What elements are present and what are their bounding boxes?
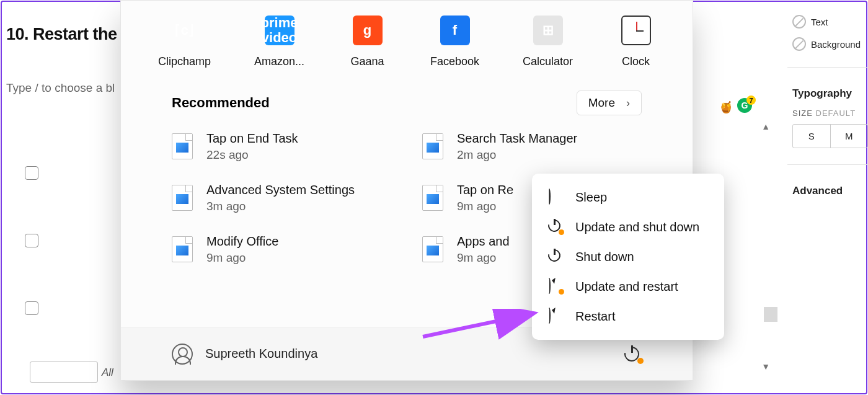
size-m-tab[interactable]: M (831, 125, 868, 148)
app-label: Amazon... (254, 55, 304, 68)
editor-left-pane: 10. Restart the Type / to choose a bl (0, 0, 124, 395)
pinned-app-facebook[interactable]: f Facebook (430, 16, 479, 68)
prime-video-icon: prime video (265, 16, 294, 45)
rec-title: Advanced System Settings (206, 183, 355, 197)
facebook-icon: f (440, 16, 470, 45)
sleep-icon (548, 190, 563, 205)
rec-title: Modify Office (206, 234, 278, 249)
more-button[interactable]: More › (577, 91, 642, 115)
tray-icon: 🍯 (719, 100, 733, 114)
scroll-down-icon[interactable]: ▼ (761, 362, 770, 371)
menu-label: Sleep (575, 190, 607, 205)
power-menu-update-shutdown[interactable]: Update and shut down (532, 212, 724, 242)
pinned-app-clock[interactable]: Clock (616, 16, 655, 68)
rec-time: 2m ago (457, 148, 577, 162)
rec-time: 3m ago (206, 200, 355, 213)
settings-sidebar: Text Background Typography SIZE DEFAULT … (787, 0, 868, 395)
power-menu: Sleep Update and shut down Shut down Upd… (532, 174, 724, 340)
size-tabs: S M (792, 124, 868, 148)
restart-icon (548, 309, 563, 324)
checkbox-item[interactable] (25, 234, 38, 247)
power-menu-sleep[interactable]: Sleep (532, 182, 724, 212)
update-badge-icon (637, 358, 644, 364)
power-menu-restart[interactable]: Restart (532, 301, 724, 331)
gaana-icon: g (353, 16, 383, 45)
power-icon-line (631, 345, 633, 353)
rec-time: 9m ago (457, 200, 513, 213)
app-label: Clock (616, 55, 655, 68)
recommended-item[interactable]: Modify Office 9m ago (172, 234, 391, 265)
size-label: SIZE DEFAULT (792, 109, 868, 118)
menu-label: Shut down (575, 250, 634, 264)
rec-title: Apps and (457, 234, 510, 249)
menu-label: Update and shut down (575, 220, 699, 234)
file-image-icon (172, 236, 193, 262)
checkbox-item[interactable] (25, 166, 38, 180)
chevron-right-icon: › (626, 97, 630, 110)
recommended-item[interactable]: Advanced System Settings 3m ago (172, 183, 391, 213)
grammarly-tray[interactable]: G 7 (737, 98, 752, 113)
none-swatch-icon (792, 15, 806, 29)
color-background-option[interactable]: Background (792, 37, 868, 51)
power-button[interactable] (624, 345, 642, 363)
pinned-app-calculator[interactable]: ⊞ Calculator (523, 16, 573, 68)
size-s-tab[interactable]: S (793, 125, 831, 148)
power-menu-update-restart[interactable]: Update and restart (532, 272, 724, 301)
clipchamp-icon: ⌈c⌋ (170, 16, 200, 45)
file-image-icon (422, 236, 443, 262)
checkbox-item[interactable] (25, 301, 38, 315)
file-image-icon (422, 133, 443, 159)
checklist (25, 166, 38, 315)
power-menu-shutdown[interactable]: Shut down (532, 242, 724, 272)
restart-update-icon (548, 279, 563, 294)
opt-label: Text (811, 17, 828, 27)
rec-title: Search Task Manager (457, 131, 577, 146)
recommended-item[interactable]: Search Task Manager 2m ago (422, 131, 642, 162)
file-image-icon (172, 185, 193, 211)
pinned-app-gaana[interactable]: g Gaana (348, 16, 387, 68)
pinned-app-clipchamp[interactable]: ⌈c⌋ Clipchamp (158, 16, 211, 68)
power-update-icon (548, 220, 563, 234)
rec-title: Tap on Re (457, 183, 513, 197)
color-text-option[interactable]: Text (792, 15, 868, 29)
file-image-icon (422, 185, 443, 211)
calculator-icon: ⊞ (533, 16, 563, 45)
user-name: Supreeth Koundinya (205, 347, 317, 361)
all-label: All (102, 366, 113, 379)
article-heading: 10. Restart the (6, 25, 118, 44)
pinned-app-amazon[interactable]: prime video Amazon... (254, 16, 304, 68)
notification-count: 7 (746, 95, 756, 105)
app-label: Clipchamp (158, 55, 211, 68)
filter-input[interactable] (30, 362, 98, 383)
app-label: Facebook (430, 55, 479, 68)
menu-label: Update and restart (575, 280, 678, 294)
rec-title: Tap on End Task (206, 131, 298, 146)
none-swatch-icon (792, 37, 806, 51)
opt-label: Background (811, 39, 861, 50)
recommended-heading: Recommended (172, 95, 270, 111)
typography-heading: Typography (792, 87, 868, 100)
file-image-icon (172, 133, 193, 159)
pinned-apps-row: ⌈c⌋ Clipchamp prime video Amazon... g Ga… (121, 1, 693, 68)
clock-icon (621, 16, 651, 45)
scrollbar-thumb[interactable] (764, 307, 777, 322)
app-label: Calculator (523, 55, 573, 68)
rec-time: 22s ago (206, 148, 298, 162)
recommended-item[interactable]: Tap on End Task 22s ago (172, 131, 391, 162)
menu-label: Restart (575, 309, 615, 324)
power-icon (548, 249, 563, 264)
rec-time: 9m ago (206, 251, 278, 265)
rec-time: 9m ago (457, 251, 510, 265)
more-label: More (588, 96, 615, 110)
advanced-heading: Advanced (792, 185, 868, 197)
slash-hint[interactable]: Type / to choose a bl (6, 81, 118, 95)
avatar-icon (172, 344, 193, 365)
user-account-button[interactable]: Supreeth Koundinya (172, 344, 317, 365)
scroll-up-icon[interactable]: ▲ (761, 122, 770, 131)
app-label: Gaana (348, 55, 387, 68)
